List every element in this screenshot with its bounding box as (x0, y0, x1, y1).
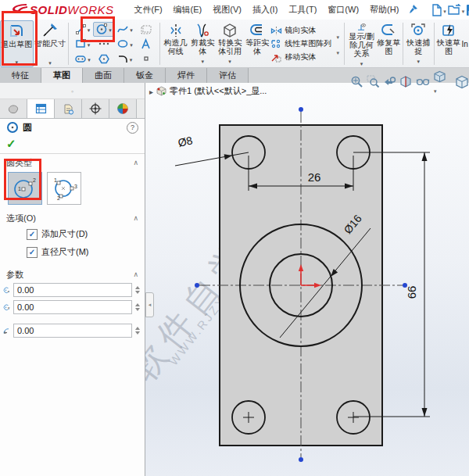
menu-view[interactable]: 视图(V) (213, 4, 242, 16)
svg-text:x: x (8, 290, 9, 293)
center-y-spinner[interactable] (135, 303, 140, 311)
view-orientation-button[interactable] (455, 75, 469, 91)
polygon-icon (98, 53, 110, 65)
radius-input[interactable] (13, 324, 132, 338)
display-style-button[interactable] (433, 70, 452, 95)
rapid-sketch-button[interactable]: 快速草图 (436, 20, 462, 67)
tab-weldments[interactable]: 焊件 (166, 68, 207, 83)
radius-spinner[interactable] (135, 327, 140, 335)
point-tool-button[interactable] (135, 52, 156, 66)
fillet-tool-caret[interactable] (129, 54, 133, 63)
quick-snaps-button[interactable]: 快速捕捉 (405, 20, 432, 67)
collapse-chevron-icon[interactable] (133, 270, 138, 278)
diameter-dimension-option[interactable]: 直径尺寸(M) (0, 243, 145, 261)
construction-geometry-button[interactable]: 构造几何线 (162, 20, 189, 67)
property-manager-tab[interactable] (27, 99, 55, 118)
svg-text:66[interactable]: 66 (405, 286, 418, 299)
trim-entities-caret[interactable] (202, 55, 205, 65)
diameter-dimension-checkbox[interactable] (27, 247, 38, 258)
perimeter-circle-type-button[interactable]: 1 3 2 (47, 172, 81, 205)
graphics-area[interactable]: 零件1 (默认<<默认>_显... 软件自学网 WWW.RJZXW.COM (145, 83, 469, 476)
section-view-button[interactable] (399, 75, 413, 90)
menu-window[interactable]: 窗口(W) (328, 4, 359, 16)
zoom-to-fit-button[interactable] (350, 75, 363, 90)
move-entities-caret[interactable] (335, 47, 342, 56)
slot-tool-caret[interactable] (87, 54, 91, 63)
feature-tree-root-label[interactable]: 零件1 (默认<<默认>_显... (170, 85, 267, 97)
tab-sketch[interactable]: 草图 (41, 68, 83, 83)
display-manager-tab[interactable] (109, 99, 137, 118)
slot-tool-button[interactable] (72, 52, 93, 66)
text-tool-button[interactable] (135, 37, 156, 52)
offset-entities-button[interactable]: 等距实体 (244, 20, 271, 67)
linear-pattern-button[interactable]: 线性草图阵列 (270, 38, 335, 50)
menu-edit[interactable]: 编辑(E) (174, 4, 202, 16)
svg-text:26[interactable]: 26 (308, 170, 321, 184)
spline-tool-caret[interactable] (129, 24, 133, 34)
smart-dimension-button[interactable]: 智能尺寸 (34, 20, 67, 67)
center-x-spinner[interactable] (135, 286, 140, 294)
panel-resize-handle[interactable] (0, 83, 145, 99)
help-icon[interactable] (127, 122, 138, 134)
new-document-caret[interactable] (442, 5, 446, 15)
polygon-tool-button[interactable] (93, 52, 114, 66)
menu-file[interactable]: 文件(F) (134, 4, 163, 16)
tab-features[interactable]: 特征 (0, 68, 41, 83)
zoom-to-area-button[interactable] (367, 75, 380, 90)
move-entities-button[interactable]: 移动实体 (270, 52, 335, 63)
3d-sketch-plane-button[interactable] (135, 22, 156, 37)
menu-insert[interactable]: 插入(I) (252, 4, 277, 16)
ellipse-tool-button[interactable] (114, 37, 135, 52)
new-document-button[interactable] (431, 4, 446, 16)
add-dimensions-option[interactable]: 添加尺寸(D) (0, 225, 145, 243)
collapse-chevron-icon[interactable] (133, 214, 138, 222)
clipped-ribbon-button[interactable]: In (461, 20, 469, 67)
quick-snaps-caret[interactable] (417, 55, 420, 65)
mirror-entities-button[interactable]: 镜向实体 (270, 25, 335, 37)
tab-sheet-metal[interactable]: 钣金 (124, 68, 166, 83)
display-delete-relations-label: 显示/删除几何关系 (346, 32, 377, 58)
convert-entities-button[interactable]: 转换实体引用 (217, 20, 244, 67)
tree-expand-icon[interactable] (149, 87, 153, 96)
panel-splitter-handle[interactable] (145, 292, 154, 317)
smart-dimension-caret[interactable] (48, 57, 52, 66)
svg-text:Ø8[interactable]: Ø8 (177, 134, 194, 149)
construction-geometry-icon (168, 23, 184, 38)
options-section-header[interactable]: 选项(O) (0, 211, 145, 225)
configuration-manager-tab[interactable] (55, 99, 82, 118)
collapse-chevron-icon[interactable] (133, 159, 138, 166)
spline-tool-button[interactable] (114, 22, 135, 37)
repair-sketch-button[interactable]: 修复草图 (377, 20, 401, 67)
linear-pattern-caret[interactable] (335, 31, 342, 41)
ellipse-tool-caret[interactable] (129, 39, 133, 48)
display-delete-relations-caret[interactable] (360, 58, 363, 67)
add-dimensions-checkbox[interactable] (27, 229, 38, 240)
centerline-endpoint[interactable] (299, 457, 303, 462)
save-button[interactable] (466, 4, 469, 16)
feature-manager-tab[interactable] (0, 99, 27, 118)
sketch-drawing[interactable]: Ø8 26 Ø16 (145, 83, 469, 476)
ok-check-icon[interactable] (6, 137, 16, 151)
trim-entities-label: 剪裁实体 (189, 38, 217, 55)
dimxpert-manager-tab[interactable] (82, 99, 109, 118)
hide-show-items-button[interactable] (416, 76, 430, 89)
parameters-section-header[interactable]: 参数 (0, 267, 145, 281)
convert-entities-caret[interactable] (228, 55, 231, 65)
centerline-endpoint[interactable] (299, 107, 303, 112)
center-y-input[interactable] (13, 300, 132, 314)
menu-help[interactable]: 帮助(H) (370, 4, 399, 16)
trim-entities-button[interactable]: 剪裁实体 (189, 20, 217, 67)
centerline-endpoint[interactable] (195, 283, 199, 288)
open-document-caret[interactable] (461, 5, 465, 15)
feature-tree-overlay: 零件1 (默认<<默认>_显... (149, 85, 267, 97)
tab-surfaces[interactable]: 曲面 (83, 68, 124, 83)
fillet-tool-button[interactable] (114, 52, 135, 66)
display-delete-relations-button[interactable]: 显示/删除几何关系 (346, 20, 377, 67)
display-style-caret[interactable] (433, 85, 437, 95)
pin-menu-icon[interactable] (408, 4, 418, 16)
previous-view-button[interactable] (383, 75, 396, 90)
open-document-button[interactable] (448, 4, 465, 16)
tab-evaluate[interactable]: 评估 (207, 68, 249, 83)
menu-tools[interactable]: 工具(T) (288, 4, 317, 16)
center-x-input[interactable] (13, 283, 132, 297)
